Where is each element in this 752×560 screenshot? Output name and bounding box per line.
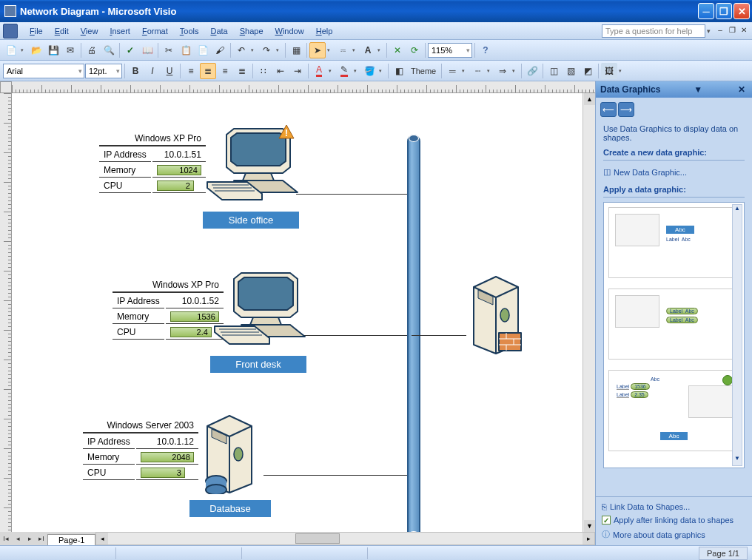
line-color-button[interactable]: ✎ (336, 63, 352, 79)
help-button[interactable]: ? (477, 42, 494, 58)
insert-hyperlink-button[interactable]: 🔗 (524, 63, 540, 79)
scroll-right-button[interactable]: ▸ (583, 533, 594, 544)
menu-edit[interactable]: Edit (49, 24, 75, 38)
connector[interactable] (296, 194, 407, 195)
open-button[interactable]: 📂 (28, 42, 44, 58)
menu-help[interactable]: Help (310, 24, 339, 38)
mdi-close-button[interactable]: ✕ (739, 26, 749, 36)
data-graphic-button-1[interactable]: ◫ (545, 63, 562, 79)
rotate-button[interactable]: ⟳ (406, 42, 423, 58)
align-right-button[interactable]: ≡ (217, 63, 233, 79)
connector[interactable] (263, 475, 407, 476)
font-color-button[interactable]: A (311, 63, 327, 79)
data-graphic-button-2[interactable]: ▧ (563, 63, 579, 79)
next-page-button[interactable]: ▸ (24, 533, 36, 544)
data-callout[interactable]: Windows Server 2003IP Address10.0.1.12Me… (81, 417, 200, 482)
vertical-scrollbar[interactable]: ▲ ▼ (583, 93, 595, 532)
fill-color-button[interactable]: 🪣 (361, 63, 377, 79)
first-page-button[interactable]: I◂ (0, 533, 12, 544)
mdi-restore-button[interactable]: ❐ (727, 26, 737, 36)
menu-window[interactable]: Window (269, 24, 310, 38)
align-center-button[interactable]: ≣ (200, 63, 216, 79)
underline-button[interactable]: U (161, 63, 178, 79)
theme-button[interactable]: ◧ (391, 63, 407, 79)
save-button[interactable]: 💾 (45, 42, 61, 58)
menu-insert[interactable]: Insert (104, 24, 136, 38)
minimize-button[interactable]: ─ (698, 3, 714, 19)
menu-format[interactable]: Format (136, 24, 174, 38)
help-search-input[interactable]: Type a question for help (602, 24, 705, 38)
sheet-tab-page1[interactable]: Page-1 (47, 534, 95, 545)
scroll-left-button[interactable]: ◂ (96, 533, 108, 544)
visio-icon[interactable] (3, 24, 18, 38)
taskpane-back-button[interactable]: ⟵ (600, 102, 617, 117)
taskpane-menu-button[interactable]: ▼ (691, 84, 705, 95)
prev-page-button[interactable]: ◂ (12, 533, 24, 544)
line-weight-button[interactable]: ═ (444, 63, 460, 79)
line-pattern-button[interactable]: ┄ (469, 63, 486, 79)
drawing-canvas[interactable]: !Side officeWindows XP ProIP Address10.0… (12, 93, 583, 532)
data-callout[interactable]: Windows XP ProIP Address10.0.1.51Memory1… (98, 130, 207, 195)
horizontal-scrollbar[interactable]: ◂ ▸ (95, 532, 595, 545)
new-button[interactable]: 📄 (3, 42, 19, 58)
data-graphic-button-3[interactable]: ◩ (580, 63, 596, 79)
data-graphic-gallery[interactable]: Abc Label Abc Label Abc Label Abc Abc La… (603, 202, 745, 468)
undo-button[interactable]: ↶ (233, 42, 249, 58)
increase-indent-button[interactable]: ⇥ (289, 63, 306, 79)
line-ends-button[interactable]: ⇒ (494, 63, 511, 79)
gallery-scrollbar[interactable]: ▲ ▼ (732, 204, 742, 466)
research-button[interactable]: 📖 (139, 42, 155, 58)
redo-button[interactable]: ↷ (258, 42, 275, 58)
mdi-minimize-button[interactable]: – (715, 26, 725, 36)
node-3-shape[interactable] (466, 274, 526, 357)
scroll-up-button[interactable]: ▲ (584, 93, 595, 105)
scroll-down-button[interactable]: ▼ (584, 520, 595, 532)
email-button[interactable]: ✉ (62, 42, 78, 58)
copy-button[interactable]: 📋 (178, 42, 194, 58)
connection-point-button[interactable]: ✕ (389, 42, 406, 58)
theme-label[interactable]: Theme (408, 67, 439, 75)
graphic-thumb-3[interactable]: Abc Label1536 Label2.35 Abc (608, 370, 739, 451)
font-size-combo[interactable]: 12pt. (85, 64, 122, 78)
pointer-tool-button[interactable]: ➤ (309, 42, 326, 58)
menu-file[interactable]: File (24, 24, 49, 38)
connector[interactable] (412, 335, 466, 336)
text-tool-button[interactable]: A (360, 42, 376, 58)
paste-button[interactable]: 📄 (195, 42, 211, 58)
taskpane-close-button[interactable]: ✕ (736, 84, 748, 95)
graphic-thumb-1[interactable]: Abc Label Abc (608, 207, 739, 278)
menu-tools[interactable]: Tools (174, 24, 205, 38)
font-name-combo[interactable]: Arial (3, 64, 84, 78)
align-left-button[interactable]: ≡ (183, 63, 199, 79)
shapes-window-button[interactable]: ▦ (288, 42, 304, 58)
cut-button[interactable]: ✂ (161, 42, 177, 58)
menu-data[interactable]: Data (204, 24, 233, 38)
graphic-thumb-2[interactable]: Label Abc Label Abc (608, 289, 739, 360)
connector[interactable] (302, 335, 407, 336)
maximize-button[interactable]: ❐ (716, 3, 732, 19)
spelling-button[interactable]: ✓ (122, 42, 138, 58)
format-painter-button[interactable]: 🖌 (212, 42, 228, 58)
network-backbone[interactable] (407, 135, 420, 532)
connector-tool-button[interactable]: ⎓ (335, 42, 351, 58)
print-preview-button[interactable]: 🔍 (101, 42, 117, 58)
database-shape[interactable]: Database (200, 413, 271, 517)
align-justify-button[interactable]: ≣ (234, 63, 250, 79)
italic-button[interactable]: I (144, 63, 161, 79)
taskpane-forward-button[interactable]: ⟶ (618, 102, 634, 117)
new-data-graphic-link[interactable]: ◫ New Data Graphic... (603, 165, 745, 179)
link-data-to-shapes-link[interactable]: ⎘Link Data to Shapes... (602, 500, 746, 513)
more-about-link[interactable]: ⓘMore about data graphics (602, 527, 746, 542)
close-button[interactable]: ✕ (733, 3, 750, 19)
last-page-button[interactable]: ▸I (36, 533, 47, 544)
bold-button[interactable]: B (127, 63, 144, 79)
zoom-combo[interactable]: 115% (428, 43, 472, 58)
insert-picture-button[interactable]: 🖼 (601, 63, 617, 79)
scroll-thumb[interactable] (295, 533, 340, 544)
decrease-indent-button[interactable]: ⇤ (272, 63, 289, 79)
print-button[interactable]: 🖨 (84, 42, 100, 58)
apply-after-linking-checkbox[interactable]: ✓Apply after linking data to shapes (602, 513, 746, 527)
data-callout[interactable]: Windows XP ProIP Address10.0.1.52Memory1… (111, 277, 225, 341)
menu-shape[interactable]: Shape (234, 24, 269, 38)
side-office-shape[interactable]: !Side office (203, 124, 299, 229)
